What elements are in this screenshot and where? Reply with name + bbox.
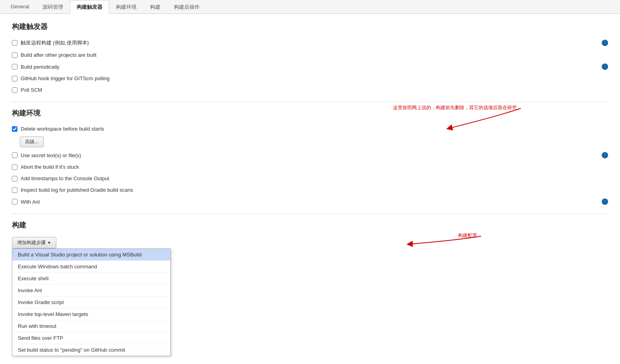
build-triggers-title: 构建触发器 <box>12 22 608 33</box>
checkbox-row-with-ant: With Ant ? <box>12 198 608 206</box>
checkbox-github-hook[interactable] <box>12 76 17 81</box>
dropdown-arrow-icon: ▼ <box>47 241 51 245</box>
checkbox-row-inspect-build: Inspect build log for published Gradle b… <box>12 186 608 194</box>
tab-triggers[interactable]: 构建触发器 <box>70 0 109 14</box>
dropdown-item-send-ftp[interactable]: Send files over FTP <box>12 332 170 344</box>
checkbox-poll-scm[interactable] <box>12 87 17 93</box>
help-icon-use-secret[interactable]: ? <box>602 152 608 158</box>
label-inspect-build: Inspect build log for published Gradle b… <box>21 187 133 193</box>
dropdown-item-maven-targets[interactable]: Invoke top-level Maven targets <box>12 308 170 320</box>
build-triggers-section: 构建触发器 触发远程构建 (例如,使用脚本) ? Build after oth… <box>12 22 608 94</box>
divider-1 <box>12 102 608 102</box>
build-environment-title: 构建环境 <box>12 108 608 119</box>
checkbox-row-after-other: Build after other projects are built <box>12 51 608 59</box>
label-delete-workspace: Delete workspace before build starts <box>21 126 104 132</box>
label-with-ant: With Ant <box>21 199 40 205</box>
build-section-title: 构建 <box>12 220 608 231</box>
checkbox-use-secret[interactable] <box>12 152 17 158</box>
tab-bar: General 源码管理 构建触发器 构建环境 构建 构建后操作 <box>0 0 620 14</box>
label-github-hook: GitHub hook trigger for GITScm polling <box>21 75 110 81</box>
add-step-dropdown[interactable]: 增加构建步骤 ▼ Build a Visual Studio project o… <box>12 237 56 248</box>
label-after-other: Build after other projects are built <box>21 52 96 58</box>
dropdown-item-run-timeout[interactable]: Run with timeout <box>12 320 170 332</box>
checkbox-row-delete-workspace: Delete workspace before build starts <box>12 125 608 133</box>
build-environment-section: 这里按照网上说的，构建前先删除，其它的选项后面在研究 构建环境 Delete w… <box>12 108 608 206</box>
tab-build[interactable]: 构建 <box>143 0 167 14</box>
annotation-build-text: 构建配置 <box>458 232 477 239</box>
label-remote-trigger: 触发远程构建 (例如,使用脚本) <box>21 39 89 46</box>
checkbox-row-timestamps: Add timestamps to the Console Output <box>12 175 608 182</box>
checkbox-abort-stuck[interactable] <box>12 164 17 170</box>
add-step-button[interactable]: 增加构建步骤 ▼ <box>12 237 56 248</box>
label-use-secret: Use secret text(s) or file(s) <box>21 152 81 158</box>
add-step-label: 增加构建步骤 <box>17 239 46 246</box>
tab-source[interactable]: 源码管理 <box>36 0 70 14</box>
checkbox-after-other[interactable] <box>12 52 17 58</box>
dropdown-item-invoke-ant[interactable]: Invoke Ant <box>12 285 170 297</box>
help-icon-build-periodically[interactable]: ? <box>602 64 608 70</box>
checkbox-row-github-hook: GitHub hook trigger for GITScm polling <box>12 75 608 82</box>
checkbox-with-ant[interactable] <box>12 199 17 204</box>
checkbox-row-abort-stuck: Abort the build if it's stuck <box>12 163 608 171</box>
annotation-build: 构建配置 <box>458 232 529 256</box>
checkbox-build-periodically[interactable] <box>12 64 17 69</box>
annotation-build-arrow <box>481 232 529 256</box>
help-icon-remote-trigger[interactable]: ? <box>602 40 608 46</box>
dropdown-item-github-status[interactable]: Set build status to "pending" on GitHub … <box>12 344 170 356</box>
dropdown-list: Build a Visual Studio project or solutio… <box>12 248 171 356</box>
help-icon-with-ant[interactable]: ? <box>602 198 608 205</box>
tab-post[interactable]: 构建后操作 <box>167 0 206 14</box>
dropdown-item-windows-batch[interactable]: Execute Windows batch command <box>12 261 170 273</box>
checkbox-row-use-secret: Use secret text(s) or file(s) ? <box>12 151 608 159</box>
label-poll-scm: Poll SCM <box>21 87 42 93</box>
label-timestamps: Add timestamps to the Console Output <box>21 175 109 181</box>
checkbox-row-remote-trigger: 触发远程构建 (例如,使用脚本) ? <box>12 39 608 47</box>
dropdown-item-execute-shell[interactable]: Execute shell <box>12 273 170 285</box>
checkbox-delete-workspace[interactable] <box>12 126 17 132</box>
checkbox-inspect-build[interactable] <box>12 187 17 193</box>
checkbox-row-build-periodically: Build periodically ? <box>12 63 608 71</box>
tab-environment[interactable]: 构建环境 <box>109 0 143 14</box>
main-content: 构建触发器 触发远程构建 (例如,使用脚本) ? Build after oth… <box>0 14 620 264</box>
dropdown-item-msbuild[interactable]: Build a Visual Studio project or solutio… <box>12 249 170 261</box>
label-build-periodically: Build periodically <box>21 64 60 70</box>
checkbox-remote-trigger[interactable] <box>12 40 17 46</box>
dropdown-item-gradle-script[interactable]: Invoke Gradle script <box>12 297 170 308</box>
tab-general[interactable]: General <box>4 0 36 14</box>
checkbox-row-poll-scm: Poll SCM <box>12 86 608 94</box>
build-section: 构建 构建配置 增加构建步骤 ▼ <box>12 220 608 248</box>
advanced-button[interactable]: 高级... <box>20 137 44 147</box>
advanced-btn-container: 高级... <box>20 137 608 147</box>
label-abort-stuck: Abort the build if it's stuck <box>21 164 79 170</box>
checkbox-timestamps[interactable] <box>12 176 17 181</box>
page-wrapper: General 源码管理 构建触发器 构建环境 构建 构建后操作 构建触发器 触… <box>0 0 620 364</box>
divider-2 <box>12 214 608 214</box>
